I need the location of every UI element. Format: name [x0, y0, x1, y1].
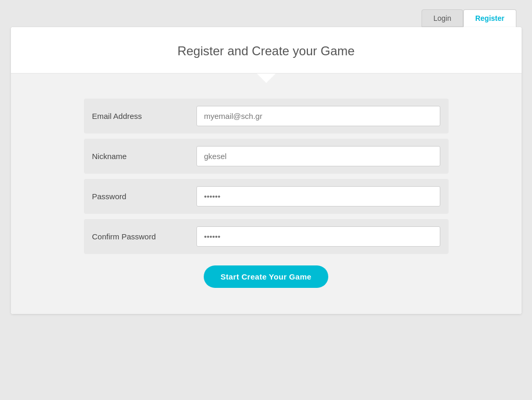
tabs-bar: Login Register: [0, 0, 532, 27]
submit-button[interactable]: Start Create Your Game: [204, 265, 328, 288]
card-header: Register and Create your Game: [11, 27, 522, 74]
confirm-password-label: Confirm Password: [92, 232, 196, 241]
email-row: Email Address: [84, 99, 449, 134]
card-body: Email Address Nickname Password Confirm …: [11, 83, 522, 314]
main-card: Register and Create your Game Email Addr…: [11, 27, 522, 314]
card-arrow-divider: [11, 74, 522, 83]
password-input[interactable]: [196, 186, 440, 207]
email-label: Email Address: [92, 112, 196, 120]
email-input[interactable]: [196, 106, 440, 126]
confirm-password-input[interactable]: [196, 226, 440, 247]
password-label: Password: [92, 192, 196, 201]
nickname-row: Nickname: [84, 139, 449, 174]
password-row: Password: [84, 179, 449, 214]
nickname-label: Nickname: [92, 152, 196, 161]
register-tab[interactable]: Register: [463, 9, 516, 27]
nickname-input[interactable]: [196, 146, 440, 166]
page-title: Register and Create your Game: [21, 44, 511, 58]
login-tab[interactable]: Login: [422, 9, 463, 27]
submit-row: Start Create Your Game: [84, 265, 449, 288]
confirm-password-row: Confirm Password: [84, 219, 449, 254]
